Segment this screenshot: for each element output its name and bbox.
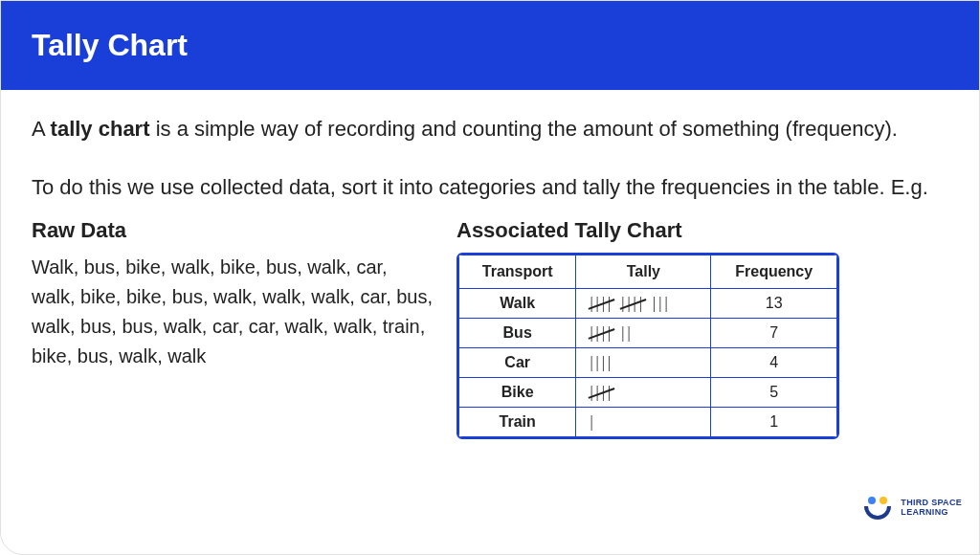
table-row: Bus||||||7: [459, 319, 837, 348]
page-title: Tally Chart: [32, 28, 188, 62]
cell-tally: ||||: [576, 378, 711, 408]
brand-line2: LEARNING: [901, 508, 962, 518]
col-header-transport: Transport: [459, 255, 576, 289]
table-row: Train|1: [459, 408, 837, 437]
intro-suffix: is a simple way of recording and countin…: [150, 117, 898, 141]
cell-frequency: 1: [711, 408, 837, 437]
cell-frequency: 4: [711, 348, 837, 378]
page-header: Tally Chart: [1, 1, 979, 90]
cell-frequency: 13: [711, 289, 837, 319]
cell-tally: |: [576, 408, 711, 437]
brand-icon: [862, 497, 893, 520]
table-row: Car||||4: [459, 348, 837, 378]
cell-transport: Walk: [459, 289, 576, 319]
intro-bold-term: tally chart: [51, 117, 150, 141]
table-row: Walk|||||||||||13: [459, 289, 837, 319]
raw-data-text: Walk, bus, bike, walk, bike, bus, walk, …: [32, 253, 434, 371]
tally-chart-heading: Associated Tally Chart: [457, 218, 948, 243]
tally-table: Transport Tally Frequency Walk||||||||||…: [457, 253, 839, 439]
table-header-row: Transport Tally Frequency: [459, 255, 837, 289]
cell-frequency: 7: [711, 319, 837, 348]
cell-transport: Bike: [459, 378, 576, 408]
cell-tally: ||||||: [576, 319, 711, 348]
tally-chart-column: Associated Tally Chart Transport Tally F…: [457, 218, 948, 439]
cell-transport: Train: [459, 408, 576, 437]
col-header-tally: Tally: [576, 255, 711, 289]
cell-frequency: 5: [711, 378, 837, 408]
brand-text: THIRD SPACE LEARNING: [901, 499, 962, 518]
col-header-frequency: Frequency: [711, 255, 837, 289]
second-paragraph: To do this we use collected data, sort i…: [32, 171, 948, 203]
raw-data-heading: Raw Data: [32, 218, 434, 243]
table-row: Bike||||5: [459, 378, 837, 408]
cell-tally: |||||||||||: [576, 289, 711, 319]
raw-data-column: Raw Data Walk, bus, bike, walk, bike, bu…: [32, 218, 434, 439]
brand-logo: THIRD SPACE LEARNING: [862, 497, 962, 520]
two-column-layout: Raw Data Walk, bus, bike, walk, bike, bu…: [32, 218, 948, 439]
intro-paragraph: A tally chart is a simple way of recordi…: [32, 113, 948, 144]
content-area: A tally chart is a simple way of recordi…: [1, 90, 979, 455]
cell-tally: ||||: [576, 348, 711, 378]
cell-transport: Bus: [459, 319, 576, 348]
cell-transport: Car: [459, 348, 576, 378]
intro-prefix: A: [32, 117, 51, 141]
